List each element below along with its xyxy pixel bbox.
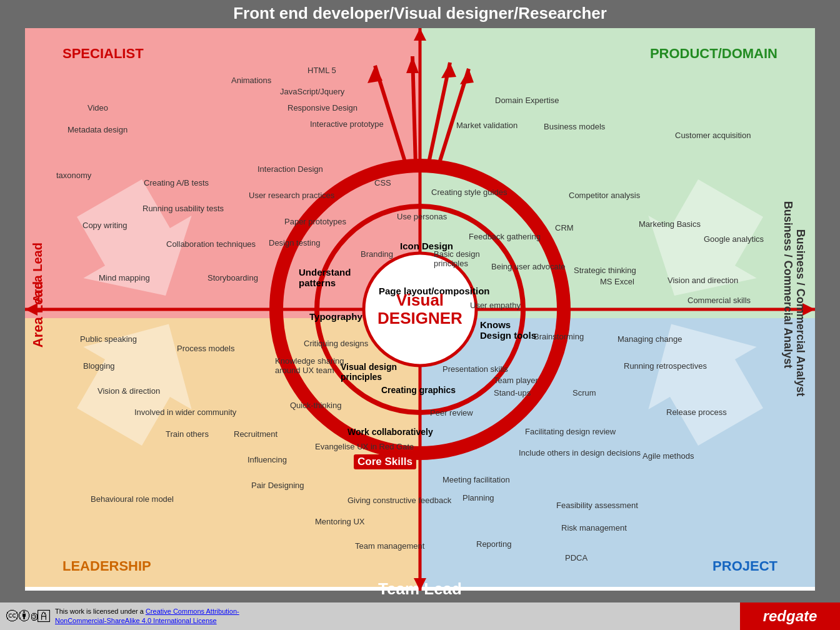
skill-customer-acq: Customer acquisition xyxy=(675,131,751,140)
skill-brainstorming: Brainstorming xyxy=(534,332,584,341)
skill-storyboarding: Storyboarding xyxy=(208,273,258,282)
skill-market-validation: Market validation xyxy=(456,121,518,130)
skill-pdca: PDCA xyxy=(565,553,588,562)
skill-user-empathy: User empathy xyxy=(470,301,521,310)
area-lead-label: Area Lead xyxy=(30,281,46,348)
skill-html5: HTML 5 xyxy=(308,66,336,75)
skill-pair-designing: Pair Designing xyxy=(251,481,304,490)
skill-behavioural: Behavioural role model xyxy=(91,494,174,504)
skill-style-guides: Creating style guides xyxy=(431,188,507,197)
skill-team-player: Team player xyxy=(494,376,538,385)
skill-vision-direction: Vision and direction xyxy=(668,276,738,285)
skill-icon-design: Icon Design xyxy=(400,241,453,251)
skill-recruitment: Recruitment xyxy=(234,429,278,439)
skill-use-personas: Use personas xyxy=(397,212,447,221)
main-diagram: SPECIALIST PRODUCT/DOMAIN LEADERSHIP PRO… xyxy=(25,28,815,591)
footer-text: This work is licensed under a Creative C… xyxy=(55,607,268,626)
skill-collaboration: Collaboration techniques xyxy=(166,239,256,249)
skill-team-management: Team management xyxy=(355,541,424,551)
cc-icons: 🅭🅯🄯🄰 xyxy=(6,609,50,624)
visual-text: Visual xyxy=(378,291,462,309)
skill-metadata: Metadata design xyxy=(68,125,128,134)
skill-release-process: Release process xyxy=(666,408,727,417)
skill-knows-tools: KnowsDesign tools xyxy=(480,319,536,341)
skill-peer-review: Peer review xyxy=(430,408,473,418)
skill-feasibility: Feasibility assessment xyxy=(556,501,638,510)
page-title-top: Front end developer/Visual designer/Rese… xyxy=(0,4,840,23)
skill-google-analytics: Google analytics xyxy=(704,234,764,244)
skill-branding: Branding xyxy=(361,249,393,259)
redgate-logo: redgate xyxy=(740,602,840,630)
skill-public-speaking: Public speaking xyxy=(80,334,137,344)
skill-user-advocate: Being user advocate xyxy=(491,262,566,271)
skill-stand-ups: Stand-ups xyxy=(494,388,531,398)
skill-quick-thinking: Quick-thinking xyxy=(290,401,341,410)
core-skills-label: Core Skills xyxy=(354,454,416,469)
skill-wider-community: Involved in wider community xyxy=(134,408,236,417)
skill-running-usability: Running usability tests xyxy=(142,204,224,213)
skill-crm: CRM xyxy=(555,223,574,232)
skill-risk-management: Risk management xyxy=(561,523,627,532)
skill-creating-graphics: Creating graphics xyxy=(381,385,456,395)
business-analyst-label: Business / Commercial Analyst xyxy=(794,229,807,396)
skill-visual-design-princ: Visual designprinciples xyxy=(341,362,397,382)
center-title: Visual DESIGNER xyxy=(378,291,462,327)
skill-basic-design: Basic designprinciples xyxy=(434,249,480,268)
skill-design-testing: Design testing xyxy=(269,238,320,248)
skill-marketing: Marketing Basics xyxy=(639,219,701,229)
skill-business-models: Business models xyxy=(544,122,605,131)
skill-msexcel: MS Excel xyxy=(600,277,634,286)
skill-commercial: Commercial skills xyxy=(688,296,751,305)
skill-strategic: Strategic thinking xyxy=(574,266,636,275)
skill-paper-proto: Paper prototypes xyxy=(284,217,346,226)
specialist-label: SPECIALIST xyxy=(62,46,144,62)
axis-right-label: Business / Commercial Analyst xyxy=(781,201,794,368)
skill-domain-expertise: Domain Expertise xyxy=(495,96,559,105)
skill-understand-patterns: Understandpatterns xyxy=(299,267,351,288)
skill-animations: Animations xyxy=(231,76,271,85)
skill-feedback: Feedback gathering xyxy=(469,232,541,241)
skill-typography: Typography xyxy=(309,311,362,322)
skill-giving-feedback: Giving constructive feedback xyxy=(348,496,451,505)
skill-video: Video xyxy=(88,103,108,112)
skill-mind-mapping: Mind mapping xyxy=(99,273,150,282)
page-title-bottom: Team Lead xyxy=(0,579,840,599)
skill-vision-dir2: Vision & direction xyxy=(98,386,160,396)
skill-user-research: User research practices xyxy=(249,191,334,200)
skill-process-models: Process models xyxy=(177,344,234,353)
skill-work-collab: Work collaboratively xyxy=(348,427,433,437)
skill-running-retro: Running retrospectives xyxy=(624,361,707,371)
skill-copy-writing: Copy writing xyxy=(82,221,128,230)
skill-evangelise: Evangelise UX in Red Gate xyxy=(315,442,414,451)
skill-css: CSS xyxy=(374,178,391,188)
skill-reporting: Reporting xyxy=(476,539,511,549)
skill-interaction-design: Interaction Design xyxy=(258,164,323,174)
skill-taxonomy: taxonomy xyxy=(56,171,91,180)
project-label: PROJECT xyxy=(712,558,778,574)
skill-responsive: Responsive Design xyxy=(288,103,358,112)
skill-js: JavaScript/Jquery xyxy=(280,87,344,96)
skill-include-others: Include others in design decisions xyxy=(519,448,641,458)
skill-scrum: Scrum xyxy=(572,388,596,398)
skill-competitor: Competitor analysis xyxy=(569,191,640,200)
skill-blogging: Blogging xyxy=(83,361,115,371)
skill-managing-change: Managing change xyxy=(618,334,682,344)
skill-agile: Agile methods xyxy=(642,451,694,461)
skill-planning: Planning xyxy=(462,493,494,502)
skill-critiquing: Critiquing designs xyxy=(304,339,368,348)
skill-knowledge-sharing: Knowledge sharingaround UX team xyxy=(275,356,344,375)
product-label: PRODUCT/DOMAIN xyxy=(650,46,778,62)
footer: 🅭🅯🄯🄰 This work is licensed under a Creat… xyxy=(0,602,840,630)
skill-mentoring: Mentoring UX xyxy=(315,517,364,526)
skill-facilitating: Facilitating design review xyxy=(525,427,616,436)
skill-creating-ab: Creating A/B tests xyxy=(144,178,209,188)
designer-text: DESIGNER xyxy=(378,309,462,328)
skill-interactive-proto: Interactive prototype xyxy=(310,119,384,129)
skill-influencing: Influencing xyxy=(248,455,287,464)
skill-meeting-facilitation: Meeting facilitation xyxy=(442,475,510,484)
leadership-label: LEADERSHIP xyxy=(62,558,151,574)
skill-train-others: Train others xyxy=(166,429,209,439)
skill-presentation-skills: Presentation skills xyxy=(442,364,508,374)
